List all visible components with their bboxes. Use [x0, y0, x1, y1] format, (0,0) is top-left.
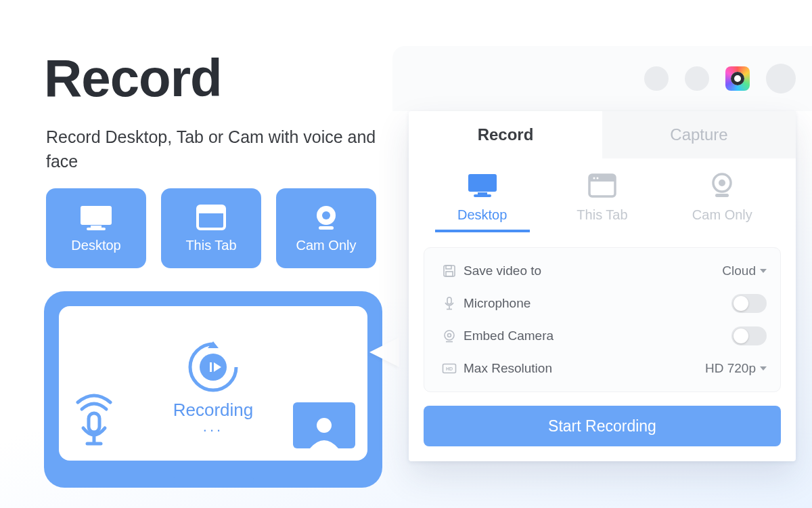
svg-point-33 — [445, 331, 454, 340]
toolbar-placeholder — [644, 66, 669, 91]
tab-capture[interactable]: Capture — [602, 111, 796, 158]
setting-label: Embed Camera — [461, 329, 731, 343]
source-selector: Desktop This Tab Cam Only — [409, 158, 796, 236]
svg-rect-28 — [446, 266, 451, 269]
webcam-icon — [438, 329, 461, 343]
mode-label: This Tab — [185, 238, 236, 253]
source-desktop[interactable]: Desktop — [435, 169, 530, 232]
mode-this-tab[interactable]: This Tab — [161, 188, 261, 268]
recording-dots: ... — [203, 425, 223, 429]
chevron-down-icon — [760, 269, 767, 273]
extension-icon[interactable] — [725, 66, 750, 91]
svg-rect-4 — [198, 206, 225, 213]
monitor-icon — [78, 204, 114, 231]
svg-marker-14 — [210, 362, 212, 372]
tab-icon — [588, 169, 616, 202]
mode-buttons: Desktop This Tab Cam Only — [46, 188, 376, 268]
setting-label: Microphone — [461, 296, 731, 311]
resolution-select[interactable]: HD 720p — [705, 361, 767, 376]
recording-spinner-icon — [185, 339, 242, 396]
resolution-icon: HD — [438, 363, 461, 374]
setting-label: Max Resolution — [461, 361, 705, 376]
mode-label: Desktop — [71, 238, 120, 253]
svg-rect-1 — [91, 226, 102, 228]
svg-rect-0 — [81, 206, 112, 225]
mode-desktop[interactable]: Desktop — [46, 188, 146, 268]
camera-toggle[interactable] — [731, 326, 767, 345]
svg-rect-7 — [319, 226, 334, 230]
setting-embed-camera: Embed Camera — [438, 320, 767, 352]
svg-point-6 — [322, 211, 330, 219]
camera-icon — [309, 204, 344, 231]
setting-microphone: Microphone — [438, 287, 767, 320]
recording-preview: Recording ... — [44, 291, 382, 488]
page-subtitle: Record Desktop, Tab or Cam with voice an… — [46, 125, 398, 174]
svg-rect-8 — [89, 413, 99, 432]
svg-text:HD: HD — [446, 366, 453, 371]
page-title: Record — [44, 47, 222, 109]
mode-cam-only[interactable]: Cam Only — [276, 188, 376, 268]
source-label: Cam Only — [692, 207, 752, 223]
svg-rect-18 — [478, 192, 487, 194]
svg-rect-17 — [468, 174, 497, 192]
svg-point-22 — [593, 177, 595, 179]
source-this-tab[interactable]: This Tab — [555, 169, 650, 232]
svg-rect-29 — [446, 272, 453, 276]
microphone-active-icon — [74, 393, 114, 448]
browser-toolbar — [392, 46, 812, 111]
source-label: This Tab — [577, 207, 627, 223]
setting-max-resolution: HD Max Resolution HD 720p — [438, 352, 767, 385]
mode-label: Cam Only — [296, 238, 357, 253]
svg-point-23 — [596, 177, 598, 179]
chevron-down-icon — [760, 366, 767, 371]
svg-rect-19 — [474, 194, 491, 197]
monitor-stand — [173, 467, 254, 484]
save-location-select[interactable]: Cloud — [722, 263, 767, 278]
svg-point-13 — [200, 354, 227, 381]
svg-rect-30 — [447, 297, 451, 304]
setting-save-location: Save video to Cloud — [438, 255, 767, 287]
save-icon — [438, 264, 461, 278]
setting-label: Save video to — [461, 263, 722, 278]
monitor-icon — [466, 169, 499, 202]
svg-rect-2 — [87, 228, 106, 230]
page-title-block: Record — [44, 47, 222, 109]
svg-point-25 — [719, 179, 725, 186]
preview-screen: Recording ... — [59, 306, 367, 461]
svg-rect-26 — [715, 194, 729, 197]
svg-point-16 — [317, 418, 332, 433]
popup-tabs: Record Capture — [409, 111, 796, 158]
source-label: Desktop — [457, 207, 507, 223]
start-recording-button[interactable]: Start Recording — [424, 406, 781, 446]
microphone-icon — [438, 297, 461, 310]
avatar-placeholder — [766, 64, 796, 93]
popup-pointer — [369, 337, 399, 367]
tab-record[interactable]: Record — [409, 111, 602, 158]
camera-thumbnail — [293, 402, 355, 448]
microphone-toggle[interactable] — [731, 294, 767, 313]
settings-panel: Save video to Cloud Microphone Embed Cam… — [424, 247, 781, 392]
tab-icon — [194, 204, 229, 231]
camera-icon — [708, 169, 736, 202]
svg-point-34 — [448, 334, 451, 337]
source-cam-only[interactable]: Cam Only — [675, 169, 769, 232]
recording-status-text: Recording — [173, 400, 254, 421]
extension-popup: Record Capture Desktop This Tab Cam Only — [409, 111, 796, 461]
toolbar-placeholder — [685, 66, 709, 91]
